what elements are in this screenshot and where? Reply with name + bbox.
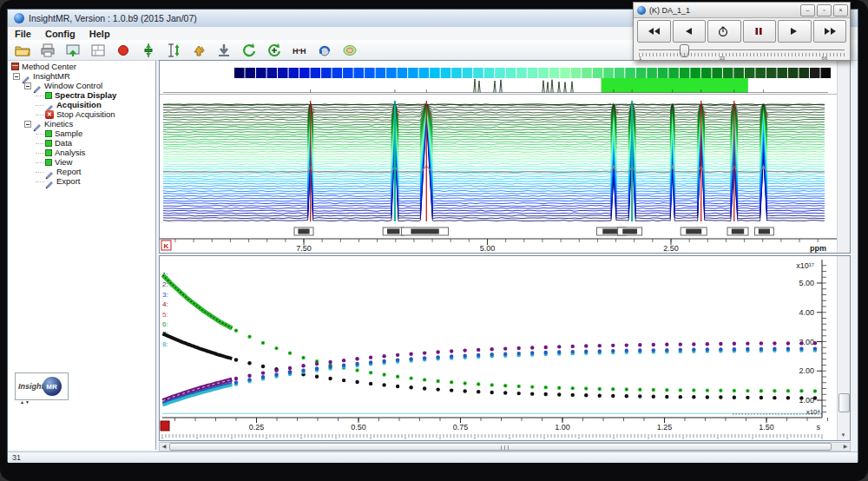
tree-item-acquisition[interactable]: Acquisition xyxy=(36,101,155,109)
tree-item-label: Spectra Display xyxy=(55,90,116,100)
step-bounds-icon[interactable]: HH xyxy=(290,42,309,59)
colormap-cell xyxy=(398,68,408,78)
integral-handle-grip[interactable] xyxy=(622,229,637,234)
status-oval-icon[interactable] xyxy=(340,42,359,59)
kinetics-vscrollbar-down-icon[interactable]: ▼ xyxy=(838,431,848,440)
save-down-icon[interactable] xyxy=(214,42,233,59)
player-close-button[interactable]: × xyxy=(833,4,848,16)
integral-handle-grip[interactable] xyxy=(387,229,399,234)
tree-item-label: Window Control xyxy=(44,81,102,90)
integral-handle-grip[interactable] xyxy=(732,229,744,234)
ppm-tick-label: 2.50 xyxy=(663,244,679,253)
tree-item-data[interactable]: Data xyxy=(36,139,155,147)
spectra-display-panel[interactable]: 1234567.505.002.50ppmK xyxy=(159,60,851,254)
pause-button[interactable] xyxy=(743,20,777,43)
colormap-cell xyxy=(680,68,690,78)
fit-vertical-icon[interactable] xyxy=(139,42,158,59)
spectrum-trace xyxy=(163,104,825,148)
hscroll-left-icon[interactable]: ◀ xyxy=(160,443,168,451)
kinetics-x-tick-label: 1.00 xyxy=(555,423,570,432)
tree-item-report[interactable]: Report xyxy=(36,168,155,175)
record-icon[interactable] xyxy=(114,42,133,59)
tree-item-export[interactable]: Export xyxy=(36,177,155,185)
spectra-vscrollbar[interactable] xyxy=(837,61,850,253)
colormap-cell xyxy=(810,68,820,78)
tree-item-label: Export xyxy=(56,176,80,186)
tree-item-label: View xyxy=(55,157,72,167)
tree-item-analysis[interactable]: Analysis xyxy=(36,148,155,156)
colormap-cell xyxy=(636,68,647,78)
colormap-cell xyxy=(441,68,451,78)
timer-button[interactable] xyxy=(707,20,741,43)
colormap-cell xyxy=(506,68,516,78)
tree-item-kinetics[interactable]: Kinetics xyxy=(24,120,155,128)
tree-connector xyxy=(36,95,44,96)
expander-icon[interactable] xyxy=(24,82,31,89)
menu-file[interactable]: File xyxy=(8,29,38,39)
kinetics-vscrollbar-thumb[interactable] xyxy=(838,393,850,412)
peak-number-label: 1 xyxy=(312,108,316,114)
spectra-display-icon[interactable] xyxy=(63,42,82,59)
colormap-cell xyxy=(777,68,787,78)
colormap-cell xyxy=(311,68,321,78)
spectrum-trace xyxy=(163,104,825,167)
tree-item-spectra-display[interactable]: Spectra Display xyxy=(36,91,155,99)
window-layout-icon[interactable] xyxy=(89,42,108,59)
colormap-cell xyxy=(463,68,473,78)
refresh-icon[interactable] xyxy=(240,42,259,59)
panel-splitter-arrows-icon[interactable]: ▲▼ xyxy=(20,399,30,405)
print-icon[interactable] xyxy=(38,42,57,59)
player-restore-button[interactable]: ▫ xyxy=(817,4,832,16)
replay-player-window[interactable]: (K) DA_1_1 – ▫ × 13366 xyxy=(633,2,851,61)
tree-item-window-control[interactable]: Window Control xyxy=(24,82,155,89)
integral-handle-grip[interactable] xyxy=(759,229,770,234)
colormap-cell xyxy=(712,68,722,78)
open-folder-icon[interactable] xyxy=(13,42,32,59)
kinetics-hscrollbar[interactable]: ◀ ▶ xyxy=(159,442,851,451)
step-back-button[interactable] xyxy=(673,20,707,43)
expander-icon[interactable] xyxy=(24,121,31,128)
tree-connector xyxy=(36,152,44,154)
player-minimize-button[interactable]: – xyxy=(800,4,815,16)
integral-handle-grip[interactable] xyxy=(686,229,701,234)
peak-number-label: 4 xyxy=(615,109,619,115)
hscroll-thumb[interactable] xyxy=(169,443,832,451)
tree-root[interactable]: Method Center xyxy=(11,63,155,70)
player-title-bar[interactable]: (K) DA_1_1 – ▫ × xyxy=(634,3,850,18)
play-button[interactable] xyxy=(778,20,812,43)
tree-item-insightmr[interactable]: InsightMR xyxy=(13,72,155,80)
spectra-waterfall-chart[interactable]: 1234567.505.002.50ppmK xyxy=(160,61,838,253)
expander-icon[interactable] xyxy=(13,73,20,80)
kinetics-legend-item: 5: xyxy=(162,311,168,319)
tree-item-sample[interactable]: Sample xyxy=(36,129,155,137)
menu-config[interactable]: Config xyxy=(38,29,82,39)
minimap-highlight[interactable] xyxy=(602,78,748,93)
tree-item-label: InsightMR xyxy=(33,71,70,81)
player-slider-track[interactable] xyxy=(639,49,845,50)
kinetics-series-green-decay xyxy=(234,328,817,392)
monitor-audio-icon[interactable] xyxy=(315,42,334,59)
kinetics-anchor-marker[interactable] xyxy=(161,421,169,431)
fast-forward-button[interactable] xyxy=(813,20,847,43)
kinetics-x-tick-label: 0.50 xyxy=(351,423,366,432)
colormap-cell xyxy=(788,68,799,78)
kinetics-chart[interactable]: 0.250.500.751.001.251.50x10⁴s1.002.003.0… xyxy=(160,256,838,440)
tree-item-view[interactable]: View xyxy=(36,158,155,166)
status-bar: 31 xyxy=(8,451,858,463)
swap-stack-icon[interactable] xyxy=(189,42,208,59)
tree-item-stop-acquisition[interactable]: ✕Stop Acquisition xyxy=(36,110,155,118)
integral-handle-grip[interactable] xyxy=(298,229,309,234)
kinetics-panel[interactable]: 0.250.500.751.001.251.50x10⁴s1.002.003.0… xyxy=(159,255,851,441)
player-slider[interactable]: 13366 xyxy=(639,43,845,61)
scale-adjust-icon[interactable] xyxy=(164,42,183,59)
pencil-icon xyxy=(45,168,54,176)
kinetics-vscrollbar[interactable]: ▼ xyxy=(837,256,850,440)
menu-help[interactable]: Help xyxy=(82,29,117,39)
rewind-button[interactable] xyxy=(637,20,671,43)
colormap-cell xyxy=(723,68,733,78)
play-icon xyxy=(786,26,802,36)
kinetics-y-tick-label: 4.00 xyxy=(799,308,814,317)
zoom-reset-icon[interactable] xyxy=(265,42,284,59)
hscroll-right-icon[interactable]: ▶ xyxy=(841,443,850,451)
integral-handle-grip[interactable] xyxy=(411,229,438,234)
